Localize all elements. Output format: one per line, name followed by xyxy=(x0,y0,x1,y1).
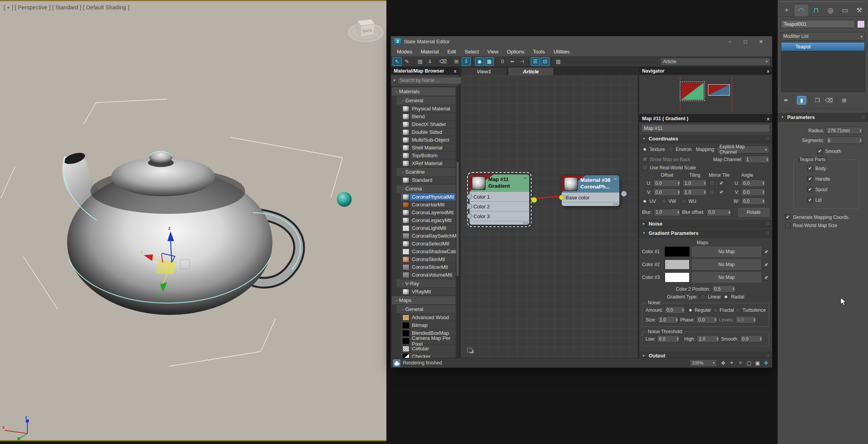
modifier-stack[interactable]: Teapot xyxy=(781,42,865,92)
corona-material-node[interactable]: Material #36 CoronaPh... – Base color xyxy=(562,175,619,206)
navigator-material-node[interactable] xyxy=(708,84,730,96)
amount-field[interactable]: 0.0 xyxy=(665,306,685,314)
show-map-on-back-checkbox[interactable] xyxy=(642,156,648,162)
input-socket[interactable] xyxy=(467,213,472,219)
browser-item-coronalayeredmtl[interactable]: CoronaLayeredMtl xyxy=(401,209,455,216)
browser-titlebar[interactable]: Material/Map Browser x xyxy=(391,67,459,75)
input-socket[interactable] xyxy=(559,195,564,200)
part-handle-checkbox[interactable] xyxy=(807,176,813,182)
menu-modes[interactable]: Modes xyxy=(393,49,416,55)
modifier-stack-item-teapot[interactable]: Teapot xyxy=(781,43,864,51)
layout-children-icon[interactable]: ⇩ xyxy=(462,57,471,66)
spinner-icon[interactable] xyxy=(759,337,762,341)
pin-stack-icon[interactable]: ✒ xyxy=(782,96,790,104)
u-angle-field[interactable]: 0.0 xyxy=(741,179,765,187)
active-view-dropdown[interactable]: Article xyxy=(660,58,770,66)
browser-item-physical-material[interactable]: Physical Material xyxy=(401,105,455,112)
viewport-label[interactable]: [ + ] [ Perspective ] [ Standard ] [ Def… xyxy=(4,4,129,11)
size-field[interactable]: 1.0 xyxy=(658,316,679,323)
browser-item-multi-sub-object[interactable]: Multi/Sub-Object xyxy=(401,136,455,144)
configure-modifier-sets-icon[interactable]: ⊞ xyxy=(840,96,848,104)
node-resize-footer[interactable] xyxy=(470,221,529,225)
slot-base-color[interactable]: Base color xyxy=(562,192,619,202)
browser-item-double-sided[interactable]: Double Sided xyxy=(401,128,455,136)
spinner-icon[interactable] xyxy=(762,190,765,194)
browser-item-coronavolumemtl[interactable]: CoronaVolumeMtl xyxy=(401,271,455,279)
browser-item-coronarayswitchmtl[interactable]: CoronaRaySwitchMtl xyxy=(401,232,455,240)
wu-radio[interactable] xyxy=(681,199,687,204)
rollout-gradient-parameters[interactable]: Gradient Parameters xyxy=(639,228,772,238)
browser-item-xref-material[interactable]: XRef Material xyxy=(401,160,455,167)
zoom-region-icon[interactable]: ⌗ xyxy=(736,359,744,366)
menu-options[interactable]: Options xyxy=(503,49,529,55)
menu-view[interactable]: View xyxy=(483,49,503,55)
linear-radio[interactable] xyxy=(700,294,706,300)
select-tool[interactable]: ↖ xyxy=(393,57,402,66)
tab-article[interactable]: Article xyxy=(508,67,554,75)
rollout-grip-icon[interactable] xyxy=(766,353,769,358)
spinner-icon[interactable] xyxy=(766,158,769,161)
spinner-icon[interactable] xyxy=(676,337,679,341)
spinner-icon[interactable] xyxy=(728,211,731,214)
browser-item-directx-shader[interactable]: DirectX Shader xyxy=(401,121,455,128)
material-node-header[interactable]: Material #36 CoronaPh... – xyxy=(562,175,619,192)
tab-utilities[interactable]: ⚒ xyxy=(852,4,866,16)
rollout-output[interactable]: Output xyxy=(639,351,772,358)
pan-to-selected-icon[interactable]: ✥ xyxy=(762,359,770,366)
gradient-output-socket[interactable] xyxy=(531,197,537,203)
panel-drag-handle[interactable] xyxy=(780,1,866,4)
environ-radio[interactable] xyxy=(668,147,674,152)
show-numbers-icon[interactable]: 0 xyxy=(498,57,507,66)
browser-item-coronaselectmtl[interactable]: CoronaSelectMtl xyxy=(401,240,455,247)
fractal-radio[interactable] xyxy=(713,307,718,313)
menu-material[interactable]: Material xyxy=(416,49,443,55)
browser-scrollbar[interactable] xyxy=(456,86,459,358)
map-button-1[interactable]: No Map xyxy=(692,247,761,257)
gradient-map-node[interactable]: Map #11 Gradient – Color 1Color 2Color 3 xyxy=(470,174,529,225)
node-collapse-icon[interactable]: – xyxy=(614,176,617,181)
color2-position-field[interactable]: 0.5 xyxy=(712,285,736,293)
color-swatch-1[interactable] xyxy=(665,247,690,257)
preview-sheet-icon[interactable]: ▤ xyxy=(416,57,425,66)
browser-item-shell-material[interactable]: Shell Material xyxy=(401,144,455,151)
v-tile-checkbox[interactable] xyxy=(719,189,724,195)
pick-material-icon[interactable]: ✎ xyxy=(402,57,411,66)
turbulence-radio[interactable] xyxy=(735,307,741,313)
part-lid-checkbox[interactable] xyxy=(807,197,813,203)
v-offset-field[interactable]: 0.0 xyxy=(653,188,681,196)
spinner-icon[interactable] xyxy=(675,318,678,321)
gradient-node-header[interactable]: Map #11 Gradient – xyxy=(470,174,529,192)
spinner-icon[interactable] xyxy=(732,287,735,291)
browser-item-checker[interactable]: Checker xyxy=(401,353,455,358)
material-id-icon[interactable]: ▨ xyxy=(554,57,563,66)
modifier-list-dropdown[interactable]: Modifier List xyxy=(781,32,865,41)
radial-radio[interactable] xyxy=(723,294,729,300)
list-view-icon[interactable]: ☰ xyxy=(531,57,540,66)
tab-display[interactable]: ▭ xyxy=(838,4,852,16)
u-offset-field[interactable]: 0.0 xyxy=(653,179,681,187)
radius-field[interactable]: 279.71mm xyxy=(826,127,863,134)
browser-item-bitmap[interactable]: Bitmap xyxy=(401,321,455,329)
menu-utilities[interactable]: Utilities xyxy=(549,49,574,55)
browser-item-advanced-wood[interactable]: Advanced Wood xyxy=(401,314,455,321)
material-name-field[interactable]: Map #11 xyxy=(641,124,770,132)
pan-icon[interactable]: ✥ xyxy=(719,359,727,366)
map-enable-checkbox[interactable] xyxy=(763,262,769,268)
rollout-noise[interactable]: Noise xyxy=(639,219,772,228)
browser-item-standard[interactable]: Standard xyxy=(401,176,455,184)
assign-material-icon[interactable]: ⇓ xyxy=(425,57,434,66)
mapping-dropdown[interactable]: Explicit Map Channel xyxy=(717,146,769,153)
slot-color-1[interactable]: Color 1 xyxy=(470,192,529,201)
navigator-gradient-node[interactable] xyxy=(681,83,704,100)
tab-motion[interactable]: ◎ xyxy=(823,4,838,16)
u-tiling-field[interactable]: 1.0 xyxy=(683,179,707,187)
spinner-icon[interactable] xyxy=(677,190,680,194)
show-shaded-material-icon[interactable]: ◉ xyxy=(475,57,484,66)
browser-item-coronalegacymtl[interactable]: CoronaLegacyMtl xyxy=(401,217,455,224)
phase-field[interactable]: 0.0 xyxy=(696,316,717,323)
table-view-icon[interactable]: ⊡ xyxy=(541,57,550,66)
map-enable-checkbox[interactable] xyxy=(763,249,769,255)
color-swatch-3[interactable] xyxy=(665,272,690,282)
color-swatch-2[interactable] xyxy=(665,259,690,270)
regular-radio[interactable] xyxy=(688,307,693,313)
